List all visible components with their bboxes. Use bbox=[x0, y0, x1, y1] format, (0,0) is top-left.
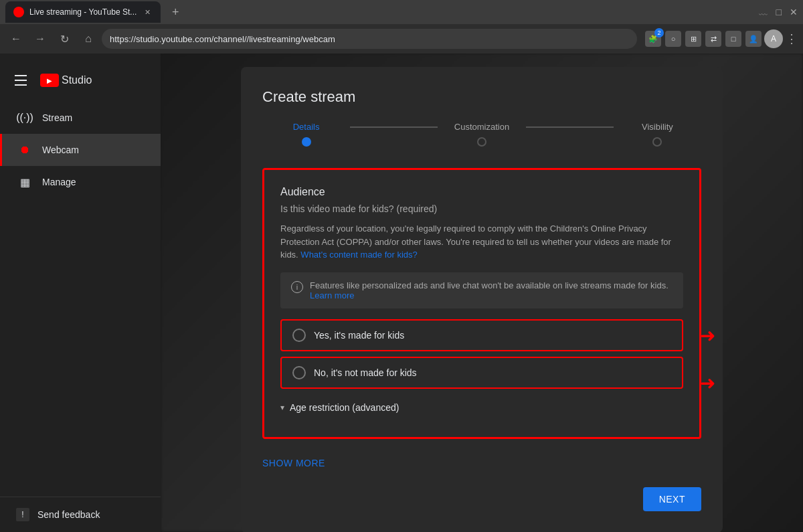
steps-container: Details Customization Visibility bbox=[262, 122, 701, 147]
studio-label: Studio bbox=[62, 74, 92, 86]
extension-1[interactable]: ○ bbox=[665, 31, 681, 47]
tab-close-button[interactable]: ✕ bbox=[142, 7, 153, 17]
chevron-down-icon: ▾ bbox=[280, 403, 284, 412]
minimize-button[interactable]: ﹏ bbox=[759, 6, 768, 18]
step-line-2 bbox=[526, 126, 614, 128]
window-controls: ﹏ □ ✕ bbox=[759, 6, 798, 18]
forward-button[interactable]: → bbox=[29, 28, 51, 50]
red-arrows: ➜ ➜ bbox=[700, 325, 715, 394]
extension-4[interactable]: □ bbox=[725, 31, 741, 47]
title-bar: Live streaming - YouTube St... ✕ + ﹏ □ ✕ bbox=[0, 0, 803, 24]
back-button[interactable]: ← bbox=[5, 28, 27, 50]
audience-title: Audience bbox=[280, 186, 683, 198]
send-feedback-button[interactable]: ! Send feedback bbox=[16, 508, 145, 521]
extension-badge[interactable]: 🧩 bbox=[645, 31, 661, 47]
yes-kids-radio[interactable] bbox=[292, 329, 306, 342]
step-line-1 bbox=[350, 126, 438, 128]
modal-container: Create stream Details Customization Visi… bbox=[161, 54, 803, 532]
sidebar-item-stream-label: Stream bbox=[42, 112, 72, 123]
no-kids-radio[interactable] bbox=[292, 366, 306, 379]
sidebar: Studio ((·)) Stream ⏺ Webcam ▦ Manage ! … bbox=[0, 54, 161, 532]
show-more-button[interactable]: SHOW MORE bbox=[262, 450, 701, 476]
address-bar[interactable]: https://studio.youtube.com/channel//live… bbox=[102, 29, 637, 49]
age-restriction[interactable]: ▾ Age restriction (advanced) bbox=[280, 394, 683, 421]
url-display: https://studio.youtube.com/channel//live… bbox=[110, 34, 629, 44]
feedback-label: Send feedback bbox=[37, 509, 100, 520]
app-container: Studio ((·)) Stream ⏺ Webcam ▦ Manage ! … bbox=[0, 54, 803, 532]
step-visibility: Visibility bbox=[614, 122, 701, 147]
manage-icon: ▦ bbox=[18, 175, 31, 189]
whats-content-link[interactable]: What's content made for kids? bbox=[300, 250, 417, 260]
sidebar-item-stream[interactable]: ((·)) Stream bbox=[0, 102, 161, 134]
tab-title: Live streaming - YouTube St... bbox=[29, 7, 137, 17]
extensions-area: 🧩 ○ ⊞ ⇄ □ 👤 bbox=[645, 31, 762, 47]
modal-title: Create stream bbox=[262, 88, 701, 106]
hamburger-menu[interactable] bbox=[11, 70, 32, 91]
radio-options-container: Yes, it's made for kids No, it's not mad… bbox=[280, 319, 683, 389]
learn-more-link[interactable]: Learn more bbox=[310, 290, 354, 300]
step-details-circle bbox=[302, 137, 311, 147]
profile-avatar[interactable]: A bbox=[764, 29, 783, 48]
youtube-studio-logo: Studio bbox=[40, 74, 92, 87]
yes-kids-label: Yes, it's made for kids bbox=[314, 330, 404, 341]
main-content: Create stream Details Customization Visi… bbox=[161, 54, 803, 532]
menu-button[interactable]: ⋮ bbox=[786, 31, 798, 46]
audience-question: Is this video made for kids? (required) bbox=[280, 203, 683, 214]
info-box: i Features like personalized ads and liv… bbox=[280, 272, 683, 308]
sidebar-item-webcam-label: Webcam bbox=[42, 145, 79, 155]
nav-bar: ← → ↻ ⌂ https://studio.youtube.com/chann… bbox=[0, 24, 803, 54]
feedback-icon: ! bbox=[16, 508, 29, 521]
home-button[interactable]: ⌂ bbox=[78, 28, 99, 50]
arrow-2: ➜ bbox=[700, 372, 715, 394]
stream-icon: ((·)) bbox=[18, 111, 31, 124]
sidebar-nav: ((·)) Stream ⏺ Webcam ▦ Manage bbox=[0, 102, 161, 497]
active-tab[interactable]: Live streaming - YouTube St... ✕ bbox=[5, 1, 161, 23]
new-tab-button[interactable]: + bbox=[166, 3, 185, 21]
sidebar-item-webcam[interactable]: ⏺ Webcam bbox=[0, 134, 161, 166]
audience-section: Audience Is this video made for kids? (r… bbox=[262, 168, 701, 439]
modal-footer: NEXT bbox=[262, 476, 701, 511]
step-customization-label: Customization bbox=[454, 122, 509, 132]
step-visibility-circle bbox=[652, 137, 662, 147]
step-details-label: Details bbox=[293, 122, 320, 132]
extension-5[interactable]: 👤 bbox=[745, 31, 762, 47]
no-kids-label: No, it's not made for kids bbox=[314, 367, 417, 378]
sidebar-item-manage-label: Manage bbox=[42, 177, 76, 187]
webcam-icon: ⏺ bbox=[18, 143, 31, 157]
next-button[interactable]: NEXT bbox=[643, 487, 701, 511]
info-description: Features like personalized ads and live … bbox=[310, 280, 668, 290]
info-icon: i bbox=[291, 281, 303, 293]
youtube-icon bbox=[40, 74, 59, 87]
step-customization-circle bbox=[477, 137, 486, 147]
extension-2[interactable]: ⊞ bbox=[685, 31, 701, 47]
sidebar-footer: ! Send feedback bbox=[0, 497, 161, 532]
yes-kids-option[interactable]: Yes, it's made for kids bbox=[280, 319, 683, 351]
create-stream-modal: Create stream Details Customization Visi… bbox=[241, 67, 723, 532]
refresh-button[interactable]: ↻ bbox=[54, 28, 75, 50]
info-text: Features like personalized ads and live … bbox=[310, 280, 673, 300]
close-button[interactable]: ✕ bbox=[790, 7, 798, 17]
sidebar-header: Studio bbox=[0, 59, 161, 102]
arrow-1: ➜ bbox=[700, 325, 715, 347]
tab-favicon bbox=[13, 7, 24, 17]
sidebar-item-manage[interactable]: ▦ Manage bbox=[0, 166, 161, 198]
browser-chrome: Live streaming - YouTube St... ✕ + ﹏ □ ✕… bbox=[0, 0, 803, 54]
step-visibility-label: Visibility bbox=[642, 122, 673, 132]
title-bar-left: Live streaming - YouTube St... ✕ + bbox=[5, 1, 185, 23]
extension-3[interactable]: ⇄ bbox=[705, 31, 721, 47]
audience-description: Regardless of your location, you're lega… bbox=[280, 222, 683, 262]
maximize-button[interactable]: □ bbox=[776, 7, 782, 17]
age-restriction-label: Age restriction (advanced) bbox=[290, 402, 399, 413]
step-details: Details bbox=[262, 122, 350, 147]
step-customization: Customization bbox=[438, 122, 525, 147]
no-kids-option[interactable]: No, it's not made for kids bbox=[280, 357, 683, 389]
